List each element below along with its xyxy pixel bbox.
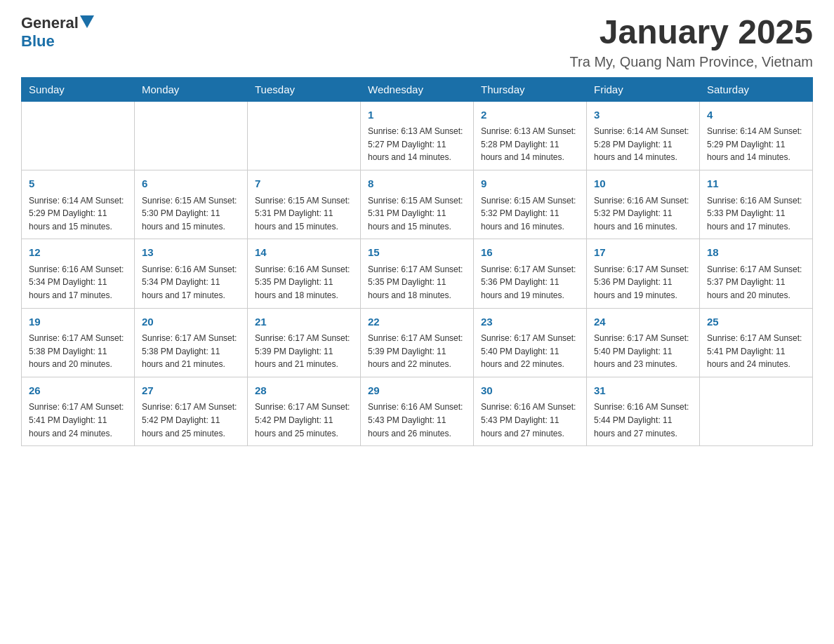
day-number: 15 xyxy=(368,245,466,261)
day-number: 29 xyxy=(368,383,466,399)
day-number: 2 xyxy=(481,107,579,123)
day-info: Sunrise: 6:15 AM Sunset: 5:32 PM Dayligh… xyxy=(481,194,579,234)
day-info: Sunrise: 6:17 AM Sunset: 5:36 PM Dayligh… xyxy=(594,263,692,302)
calendar-cell: 19Sunrise: 6:17 AM Sunset: 5:38 PM Dayli… xyxy=(22,308,135,377)
day-number: 1 xyxy=(368,107,466,123)
calendar-table: SundayMondayTuesdayWednesdayThursdayFrid… xyxy=(21,77,813,446)
calendar-cell: 5Sunrise: 6:14 AM Sunset: 5:29 PM Daylig… xyxy=(22,170,135,239)
day-number: 16 xyxy=(481,245,579,261)
calendar-cell: 16Sunrise: 6:17 AM Sunset: 5:36 PM Dayli… xyxy=(474,239,587,308)
calendar-cell: 30Sunrise: 6:16 AM Sunset: 5:43 PM Dayli… xyxy=(474,377,587,445)
day-info: Sunrise: 6:17 AM Sunset: 5:40 PM Dayligh… xyxy=(481,332,579,371)
calendar-cell: 10Sunrise: 6:16 AM Sunset: 5:32 PM Dayli… xyxy=(587,170,700,239)
day-number: 23 xyxy=(481,314,579,330)
day-info: Sunrise: 6:17 AM Sunset: 5:42 PM Dayligh… xyxy=(142,401,240,440)
logo-general-text: General xyxy=(21,14,79,32)
day-info: Sunrise: 6:17 AM Sunset: 5:42 PM Dayligh… xyxy=(255,401,353,440)
day-info: Sunrise: 6:15 AM Sunset: 5:31 PM Dayligh… xyxy=(255,194,353,234)
page-header: General Blue January 2025 Tra My, Quang … xyxy=(21,14,813,70)
day-number: 4 xyxy=(707,107,805,123)
day-info: Sunrise: 6:16 AM Sunset: 5:34 PM Dayligh… xyxy=(142,263,240,302)
calendar-cell: 2Sunrise: 6:13 AM Sunset: 5:28 PM Daylig… xyxy=(474,101,587,170)
day-info: Sunrise: 6:17 AM Sunset: 5:39 PM Dayligh… xyxy=(368,332,466,371)
day-info: Sunrise: 6:17 AM Sunset: 5:38 PM Dayligh… xyxy=(142,332,240,371)
calendar-header-wednesday: Wednesday xyxy=(361,77,474,101)
calendar-cell: 29Sunrise: 6:16 AM Sunset: 5:43 PM Dayli… xyxy=(361,377,474,445)
calendar-cell: 27Sunrise: 6:17 AM Sunset: 5:42 PM Dayli… xyxy=(135,377,248,445)
calendar-cell: 26Sunrise: 6:17 AM Sunset: 5:41 PM Dayli… xyxy=(22,377,135,445)
day-number: 26 xyxy=(29,383,127,399)
day-info: Sunrise: 6:17 AM Sunset: 5:37 PM Dayligh… xyxy=(707,263,805,302)
calendar-cell: 6Sunrise: 6:15 AM Sunset: 5:30 PM Daylig… xyxy=(135,170,248,239)
day-number: 30 xyxy=(481,383,579,399)
calendar-week-row: 1Sunrise: 6:13 AM Sunset: 5:27 PM Daylig… xyxy=(22,101,813,170)
day-info: Sunrise: 6:14 AM Sunset: 5:28 PM Dayligh… xyxy=(594,125,692,164)
calendar-header-friday: Friday xyxy=(587,77,700,101)
logo-blue-text: Blue xyxy=(21,32,94,51)
day-number: 17 xyxy=(594,245,692,261)
day-number: 28 xyxy=(255,383,353,399)
calendar-cell: 21Sunrise: 6:17 AM Sunset: 5:39 PM Dayli… xyxy=(248,308,361,377)
day-number: 14 xyxy=(255,245,353,261)
day-number: 5 xyxy=(29,176,127,192)
calendar-header-saturday: Saturday xyxy=(700,77,813,101)
day-info: Sunrise: 6:16 AM Sunset: 5:32 PM Dayligh… xyxy=(594,194,692,234)
day-number: 7 xyxy=(255,176,353,192)
calendar-header-thursday: Thursday xyxy=(474,77,587,101)
day-number: 25 xyxy=(707,314,805,330)
calendar-cell xyxy=(700,377,813,445)
day-info: Sunrise: 6:17 AM Sunset: 5:35 PM Dayligh… xyxy=(368,263,466,302)
logo-triangle-icon xyxy=(80,15,94,28)
day-info: Sunrise: 6:17 AM Sunset: 5:41 PM Dayligh… xyxy=(29,401,127,440)
calendar-header-row: SundayMondayTuesdayWednesdayThursdayFrid… xyxy=(22,77,813,101)
day-number: 20 xyxy=(142,314,240,330)
day-number: 11 xyxy=(707,176,805,192)
day-info: Sunrise: 6:16 AM Sunset: 5:33 PM Dayligh… xyxy=(707,194,805,234)
calendar-week-row: 26Sunrise: 6:17 AM Sunset: 5:41 PM Dayli… xyxy=(22,377,813,445)
day-info: Sunrise: 6:16 AM Sunset: 5:43 PM Dayligh… xyxy=(481,401,579,440)
day-number: 31 xyxy=(594,383,692,399)
calendar-cell: 23Sunrise: 6:17 AM Sunset: 5:40 PM Dayli… xyxy=(474,308,587,377)
calendar-cell: 18Sunrise: 6:17 AM Sunset: 5:37 PM Dayli… xyxy=(700,239,813,308)
day-info: Sunrise: 6:14 AM Sunset: 5:29 PM Dayligh… xyxy=(29,194,127,234)
calendar-cell: 8Sunrise: 6:15 AM Sunset: 5:31 PM Daylig… xyxy=(361,170,474,239)
calendar-cell: 14Sunrise: 6:16 AM Sunset: 5:35 PM Dayli… xyxy=(248,239,361,308)
day-info: Sunrise: 6:16 AM Sunset: 5:34 PM Dayligh… xyxy=(29,263,127,302)
day-number: 10 xyxy=(594,176,692,192)
day-number: 9 xyxy=(481,176,579,192)
day-info: Sunrise: 6:17 AM Sunset: 5:38 PM Dayligh… xyxy=(29,332,127,371)
calendar-cell: 24Sunrise: 6:17 AM Sunset: 5:40 PM Dayli… xyxy=(587,308,700,377)
calendar-cell: 12Sunrise: 6:16 AM Sunset: 5:34 PM Dayli… xyxy=(22,239,135,308)
calendar-cell: 22Sunrise: 6:17 AM Sunset: 5:39 PM Dayli… xyxy=(361,308,474,377)
calendar-cell: 13Sunrise: 6:16 AM Sunset: 5:34 PM Dayli… xyxy=(135,239,248,308)
calendar-cell xyxy=(135,101,248,170)
day-info: Sunrise: 6:15 AM Sunset: 5:30 PM Dayligh… xyxy=(142,194,240,234)
day-info: Sunrise: 6:17 AM Sunset: 5:41 PM Dayligh… xyxy=(707,332,805,371)
calendar-cell: 31Sunrise: 6:16 AM Sunset: 5:44 PM Dayli… xyxy=(587,377,700,445)
day-info: Sunrise: 6:13 AM Sunset: 5:28 PM Dayligh… xyxy=(481,125,579,164)
calendar-header-monday: Monday xyxy=(135,77,248,101)
day-number: 3 xyxy=(594,107,692,123)
day-number: 12 xyxy=(29,245,127,261)
calendar-cell: 20Sunrise: 6:17 AM Sunset: 5:38 PM Dayli… xyxy=(135,308,248,377)
calendar-week-row: 12Sunrise: 6:16 AM Sunset: 5:34 PM Dayli… xyxy=(22,239,813,308)
day-number: 8 xyxy=(368,176,466,192)
day-number: 13 xyxy=(142,245,240,261)
calendar-cell: 1Sunrise: 6:13 AM Sunset: 5:27 PM Daylig… xyxy=(361,101,474,170)
day-info: Sunrise: 6:14 AM Sunset: 5:29 PM Dayligh… xyxy=(707,125,805,164)
calendar-cell: 7Sunrise: 6:15 AM Sunset: 5:31 PM Daylig… xyxy=(248,170,361,239)
day-info: Sunrise: 6:16 AM Sunset: 5:43 PM Dayligh… xyxy=(368,401,466,440)
day-number: 18 xyxy=(707,245,805,261)
calendar-cell: 25Sunrise: 6:17 AM Sunset: 5:41 PM Dayli… xyxy=(700,308,813,377)
calendar-cell: 15Sunrise: 6:17 AM Sunset: 5:35 PM Dayli… xyxy=(361,239,474,308)
calendar-cell: 9Sunrise: 6:15 AM Sunset: 5:32 PM Daylig… xyxy=(474,170,587,239)
day-info: Sunrise: 6:17 AM Sunset: 5:39 PM Dayligh… xyxy=(255,332,353,371)
day-info: Sunrise: 6:17 AM Sunset: 5:36 PM Dayligh… xyxy=(481,263,579,302)
day-info: Sunrise: 6:17 AM Sunset: 5:40 PM Dayligh… xyxy=(594,332,692,371)
calendar-cell xyxy=(248,101,361,170)
calendar-week-row: 5Sunrise: 6:14 AM Sunset: 5:29 PM Daylig… xyxy=(22,170,813,239)
logo: General Blue xyxy=(21,14,94,51)
location-title: Tra My, Quang Nam Province, Vietnam xyxy=(570,54,813,70)
month-title: January 2025 xyxy=(570,14,813,51)
calendar-header-tuesday: Tuesday xyxy=(248,77,361,101)
